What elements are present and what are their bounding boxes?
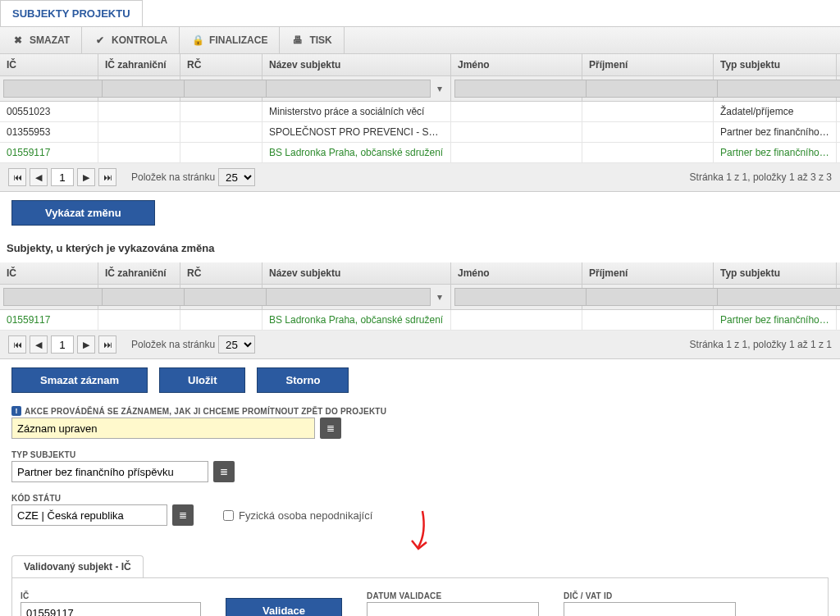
cell-typ: Partner bez finančního p... [714,122,837,142]
toolbar-check-label: KONTROLA [112,34,167,46]
per-page-select[interactable]: 25 [218,168,255,186]
cell-nazev: BS Ladronka Praha, občanské sdružení [262,310,451,330]
table1-filter-row: ▾ ▾ ▾ ▾ ▾ ▾ ▾ [0,76,840,102]
toolbar-print[interactable]: 🖶 TISK [280,27,344,53]
pager-summary: Stránka 1 z 1, položky 1 až 1 z 1 [690,339,832,350]
filter-prijmeni[interactable] [586,80,726,98]
filter-jmeno[interactable] [454,288,595,306]
pager-prev[interactable]: ◀ [30,168,48,186]
pager-summary: Stránka 1 z 1, položky 1 až 3 z 3 [690,171,832,183]
table2-header: IČ IČ zahraniční RČ Název subjektu Jméno… [0,262,840,285]
cell-typ: Partner bez finančního p... [714,143,837,162]
col-ic-zahr[interactable]: IČ zahraniční [98,54,180,75]
toolbar-delete-label: SMAZAT [30,34,70,46]
cell-jmeno [451,102,582,121]
vykazat-zmenu-button[interactable]: Vykázat změnu [11,200,155,226]
delete-record-button[interactable]: Smazat záznam [11,367,148,393]
dic-input[interactable] [564,602,736,616]
pager-page-input[interactable] [51,168,74,186]
table1-header: IČ IČ zahraniční RČ Název subjektu Jméno… [0,54,840,76]
col-ic-zahr[interactable]: IČ zahraniční [98,262,180,284]
page-tab-subjekty[interactable]: SUBJEKTY PROJEKTU [0,0,143,26]
col-ic[interactable]: IČ [0,262,98,284]
col-jmeno[interactable]: Jméno [451,262,582,284]
cell-prijmeni [582,102,714,121]
toolbar-finalize-label: FINALIZACE [209,34,267,46]
col-ic[interactable]: IČ [0,54,98,75]
typ-subjektu-label: TYP SUBJEKTU [11,450,829,459]
cell-ic: 01355953 [0,122,98,142]
lock-icon: 🔒 [191,34,204,47]
filter-typ[interactable] [717,288,840,306]
akce-label: ! AKCE PROVÁDĚNÁ SE ZÁZNAMEM, JAK JI CHC… [11,406,829,416]
validace-button[interactable]: Validace [226,598,342,616]
pager-next[interactable]: ▶ [77,168,95,186]
ic-input[interactable] [21,602,201,616]
cell-ic: 01559117 [0,310,98,330]
filter-nazev[interactable] [266,80,431,98]
per-page-select[interactable]: 25 [218,335,255,354]
cell-nazev: Ministerstvo práce a sociálních věcí [262,102,451,121]
toolbar-delete[interactable]: ✖ SMAZAT [0,27,82,53]
cell-typ: Partner bez finančního p... [714,310,837,330]
datum-validace-input[interactable] [367,602,539,616]
col-typ[interactable]: Typ subjektu [714,262,837,284]
col-prijmeni[interactable]: Příjmení [582,54,714,75]
required-icon: ! [11,406,21,416]
cell-ic: 01559117 [0,143,98,162]
typ-subjektu-input[interactable] [11,461,208,482]
lookup-button[interactable]: ≣ [172,504,194,526]
filter-jmeno[interactable] [454,80,595,98]
ic-label: IČ [21,591,201,600]
check-icon: ✔ [94,34,107,47]
pager-page-input[interactable] [51,335,74,354]
cancel-button[interactable]: Storno [257,367,349,393]
toolbar-print-label: TISK [309,34,331,46]
section-subjekty-zmena: Subjekty, u kterých je vykazována změna [0,234,840,262]
toolbar-check[interactable]: ✔ KONTROLA [82,27,180,53]
cell-nazev: BS Ladronka Praha, občanské sdružení [262,143,451,162]
tab-validovany-subjekt[interactable]: Validovaný subjekt - IČ [11,555,144,577]
datum-validace-label: DATUM VALIDACE [367,591,539,600]
per-page-label: Položek na stránku [131,339,215,350]
col-nazev[interactable]: Název subjektu [262,262,451,284]
dic-label: DIČ / VAT ID [564,591,736,600]
col-rc[interactable]: RČ [180,54,262,75]
kod-statu-label: KÓD STÁTU [11,494,829,503]
col-prijmeni[interactable]: Příjmení [582,262,714,284]
table-row[interactable]: 01355953 SPOLEČNOST PRO PREVENCI - SOCIE… [0,122,840,143]
col-rc[interactable]: RČ [180,262,262,284]
pager-next[interactable]: ▶ [77,335,95,354]
pager-prev[interactable]: ◀ [30,335,48,354]
filter-prijmeni[interactable] [586,288,726,306]
pager-first[interactable]: ⏮ [8,168,26,186]
cell-ic: 00551023 [0,102,98,121]
col-jmeno[interactable]: Jméno [451,54,582,75]
pager-last[interactable]: ⏭ [98,168,116,186]
filter-typ[interactable] [717,80,840,98]
cell-nazev: SPOLEČNOST PRO PREVENCI - SOCIETY... [262,122,451,142]
lookup-button[interactable]: ≣ [213,461,235,482]
table-row-selected[interactable]: 01559117 BS Ladronka Praha, občanské sdr… [0,143,840,163]
table-row[interactable]: 00551023 Ministerstvo práce a sociálních… [0,102,840,122]
pager-first[interactable]: ⏮ [8,335,26,354]
filter-nazev[interactable] [266,288,431,306]
cell-typ: Žadatel/příjemce [714,102,837,121]
per-page-label: Položek na stránku [131,171,215,183]
toolbar-finalize[interactable]: 🔒 FINALIZACE [180,27,280,53]
lookup-button[interactable]: ≣ [320,418,341,439]
x-icon: ✖ [11,34,25,47]
fyzicka-osoba-checkbox[interactable] [223,510,234,521]
col-nazev[interactable]: Název subjektu [262,54,451,75]
save-button[interactable]: Uložit [159,367,245,393]
funnel-icon[interactable]: ▾ [432,288,447,306]
akce-input[interactable] [11,418,315,439]
pager-last[interactable]: ⏭ [98,335,116,354]
funnel-icon[interactable]: ▾ [432,80,447,98]
col-typ[interactable]: Typ subjektu [714,54,837,75]
kod-statu-input[interactable] [11,504,167,526]
fyzicka-osoba-label: Fyzická osoba nepodnikající [239,509,372,522]
cell-rc [180,102,262,121]
table-row-selected[interactable]: 01559117 BS Ladronka Praha, občanské sdr… [0,310,840,331]
cell-ic-zahr [98,102,180,121]
